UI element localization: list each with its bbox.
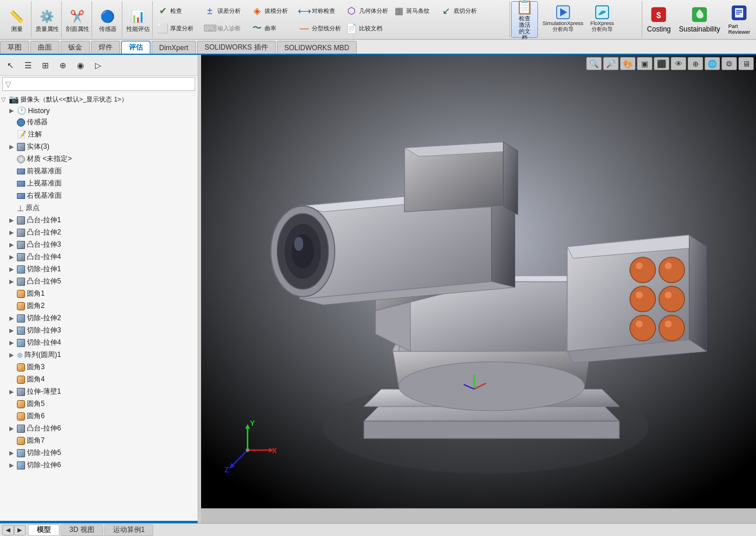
boss2-label: 凸台-拉伸2 — [27, 227, 61, 237]
tree-item-cut6[interactable]: ▶ 切除-拉伸6 — [0, 459, 198, 471]
origin-label: 原点 — [26, 203, 40, 213]
tree-item-fillet3[interactable]: 圆角3 — [0, 361, 198, 373]
compare-icon: 📄 — [346, 23, 357, 34]
solids-icon — [17, 143, 25, 151]
tree-item-thin1[interactable]: ▶ 拉伸-薄壁1 — [0, 386, 198, 398]
grid-view-button[interactable]: ⊞ — [37, 57, 54, 73]
vp-section-button[interactable]: ▣ — [637, 57, 652, 70]
section-properties[interactable]: ✂️ 剖面属性 — [63, 1, 92, 38]
tree-item-boss5[interactable]: ▶ 凸台-拉伸5 — [0, 275, 198, 288]
measure-tool[interactable]: 📏 测量 — [2, 1, 31, 38]
performance-tool[interactable]: 📊 性能评估 — [124, 1, 153, 38]
tree-item-boss1[interactable]: ▶ 凸台-拉伸1 — [0, 214, 198, 226]
expand-button[interactable]: ▷ — [90, 57, 106, 73]
costing-label: Costing — [647, 25, 671, 33]
tab-sheet-metal[interactable]: 钣金 — [61, 41, 90, 54]
tree-root-item[interactable]: ▽ 📷 摄像头（默认<<默认>_显示状态 1>） — [0, 93, 198, 105]
tree-item-boss4[interactable]: ▶ 凸台-拉伸4 — [0, 251, 198, 263]
tab-sketch[interactable]: 草图 — [0, 41, 29, 54]
color-button[interactable]: ◉ — [72, 57, 89, 73]
tree-item-history[interactable]: ▶ 🕐 History — [0, 105, 198, 116]
origin-icon: ⊥ — [17, 204, 24, 213]
tree-item-fillet1[interactable]: 圆角1 — [0, 288, 198, 300]
vp-appearance-button[interactable]: 🎨 — [620, 57, 635, 70]
tree-item-fillet6[interactable]: 圆角6 — [0, 410, 198, 422]
input-diag-button[interactable]: ⌨ 输入诊断 — [202, 22, 249, 35]
nav-next-button[interactable]: ▶ — [14, 525, 26, 535]
tree-item-front-plane[interactable]: 前视基准面 — [0, 165, 198, 177]
tree-item-cut1[interactable]: ▶ 切除-拉伸1 — [0, 263, 198, 275]
zebra-button[interactable]: ▦ 斑马条纹 — [391, 5, 438, 17]
diff-analysis-button[interactable]: ± 误差分析 — [202, 5, 249, 17]
undercut-button[interactable]: ↙ 底切分析 — [438, 5, 485, 17]
tree-item-fillet4[interactable]: 圆角4 — [0, 373, 198, 386]
tree-item-right-plane[interactable]: 右视基准面 — [0, 190, 198, 202]
quality-properties[interactable]: ⚙️ 质量属性 — [33, 1, 62, 38]
tree-item-cut3[interactable]: ▶ 切除-拉伸3 — [0, 324, 198, 337]
vp-globe-button[interactable]: 🌐 — [705, 57, 720, 70]
svg-point-24 — [399, 362, 585, 411]
svg-point-50 — [630, 286, 656, 312]
status-tab-model[interactable]: 模型 — [28, 524, 59, 536]
tab-weld[interactable]: 焊件 — [91, 41, 120, 54]
compare-doc-button[interactable]: 📄 比较文档 — [344, 22, 391, 35]
cut5-arrow: ▶ — [8, 450, 15, 457]
status-tab-3d-view[interactable]: 3D 视图 — [61, 524, 103, 536]
sustainability-button[interactable]: Sustainability — [676, 1, 724, 38]
part-reviewer-button[interactable]: PartReviewer — [725, 1, 754, 38]
tree-item-boss3[interactable]: ▶ 凸台-拉伸3 — [0, 239, 198, 251]
tree-item-fillet2[interactable]: 圆角2 — [0, 300, 198, 312]
vp-settings-button[interactable]: ⚙ — [722, 57, 737, 70]
vp-zoom-button[interactable]: ⊕ — [688, 57, 703, 70]
tree-item-boss6[interactable]: ▶ 凸台-拉伸6 — [0, 422, 198, 435]
geo-analysis-button[interactable]: ⬡ 几何体分析 — [344, 5, 391, 17]
tree-item-fillet7[interactable]: 圆角7 — [0, 435, 198, 447]
cursor-tool[interactable]: ↖ — [2, 57, 19, 73]
tree-item-notes[interactable]: 📝 注解 — [0, 128, 198, 141]
curvature-button[interactable]: 〜 曲率 — [249, 22, 296, 35]
nav-prev-button[interactable]: ◀ — [2, 525, 14, 535]
floxpress-button[interactable]: FloXpress分析向导 — [588, 2, 617, 34]
tab-dimxpert[interactable]: DimXpert — [152, 41, 196, 54]
list-view-button[interactable]: ☰ — [20, 57, 36, 73]
tree-item-cut2[interactable]: ▶ 切除-拉伸2 — [0, 312, 198, 324]
parting-line-button[interactable]: — 分型线分析 — [297, 22, 343, 35]
status-tab-motion[interactable]: 运动算例1 — [104, 524, 154, 536]
3d-model-view: Y X Z — [201, 55, 756, 509]
thickness-button[interactable]: ⬜ 厚度分析 — [155, 22, 202, 35]
svg-point-56 — [636, 292, 643, 299]
tree-item-sensor[interactable]: 传感器 — [0, 116, 198, 128]
tab-surface[interactable]: 曲面 — [30, 41, 59, 54]
costing-button[interactable]: $ Costing — [644, 1, 674, 38]
vp-display-button[interactable]: ⬛ — [654, 57, 669, 70]
svg-point-53 — [659, 316, 685, 341]
check-button[interactable]: ✔ 检查 — [155, 5, 202, 17]
tab-sw-mbd[interactable]: SOLIDWORKS MBD — [277, 41, 357, 54]
tree-item-material[interactable]: 材质 <未指定> — [0, 153, 198, 165]
tree-item-cut5[interactable]: ▶ 切除-拉伸5 — [0, 447, 198, 459]
vp-view-button[interactable]: 👁 — [671, 57, 686, 70]
tree-item-top-plane[interactable]: 上视基准面 — [0, 177, 198, 190]
crosshair-button[interactable]: ⊕ — [55, 57, 71, 73]
symmetry-check-button[interactable]: ⟷ 对称检查 — [297, 5, 343, 17]
tree-item-pattern1[interactable]: ▶ ⊛ 阵列(圆周)1 — [0, 349, 198, 361]
3d-viewport[interactable]: Y X Z 🔍 🔎 🎨 ▣ — [201, 55, 756, 523]
tree-item-cut4[interactable]: ▶ 切除-拉伸4 — [0, 337, 198, 349]
draft-analysis-button[interactable]: ◈ 拔模分析 — [249, 5, 296, 17]
sensor-tool[interactable]: 🔵 传感器 — [93, 1, 122, 38]
active-doc-button[interactable]: 📋 检查激活的文档 — [511, 1, 538, 38]
tree-item-fillet5[interactable]: 圆角5 — [0, 398, 198, 410]
tree-item-origin[interactable]: ⊥ 原点 — [0, 202, 198, 214]
front-plane-icon — [17, 169, 25, 174]
vp-search2-button[interactable]: 🔎 — [603, 57, 618, 70]
tree-item-solids[interactable]: ▶ 实体(3) — [0, 141, 198, 153]
tab-sw-plugins[interactable]: SOLIDWORKS 插件 — [197, 41, 276, 54]
simulation-xpress-button[interactable]: SimulationXpress分析向导 — [540, 2, 586, 34]
compare-label: 比较文档 — [359, 24, 382, 33]
vp-monitor-button[interactable]: 🖥 — [739, 57, 754, 70]
boss4-icon — [17, 253, 25, 261]
tree-item-boss2[interactable]: ▶ 凸台-拉伸2 — [0, 226, 198, 239]
vp-search-button[interactable]: 🔍 — [586, 57, 602, 70]
tab-evaluate[interactable]: 评估 — [121, 41, 150, 54]
measure-icon: 📏 — [8, 7, 26, 26]
